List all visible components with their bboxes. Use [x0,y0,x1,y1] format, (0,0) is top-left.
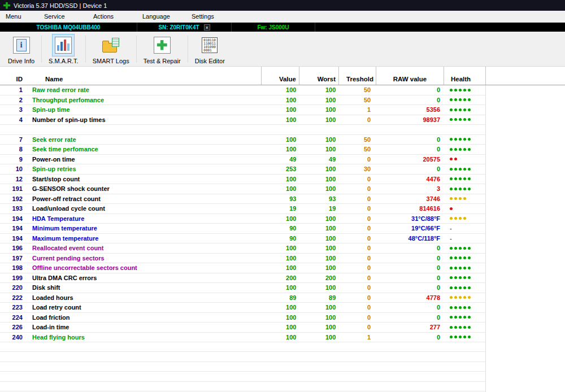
health-dot [450,197,453,200]
health-dot [459,326,462,329]
binary-editor-icon: 010110 110011 101000 0001 [202,37,218,53]
cell-value: 100 [261,254,299,263]
device-serial-tab: SN: Z0RIT0K4T x [137,23,232,32]
menu-item-menu[interactable]: Menu [0,13,38,20]
health-dot [454,197,457,200]
cell-value: 253 [261,164,299,174]
device-firmware-label: Fw: JS000U [257,24,289,31]
table-row[interactable]: 199Ultra DMA CRC errors20020000 [0,273,485,284]
toolbar-button-label: Test & Repair [144,58,181,64]
health-dot [468,89,471,92]
table-row[interactable]: 12Start/stop count10010004476 [0,175,485,185]
health-dot [450,158,453,160]
column-header-name[interactable]: Name [27,67,262,85]
cell-threshold: 1 [338,333,376,342]
cell-value: 100 [261,135,299,145]
menu-item-service[interactable]: Service [38,13,88,20]
health-dot [468,188,471,190]
health-dot [468,108,471,111]
cell-worst: 100 [299,224,338,233]
table-row[interactable]: 198Offline uncorrectable sectors count10… [0,263,485,273]
close-device-button[interactable]: x [204,24,210,31]
health-dot [454,217,457,220]
health-dot [468,316,471,319]
table-row[interactable]: 10Spin-up retries253100300 [0,164,485,175]
info-icon-glyph: i [16,39,27,51]
menu-item-settings[interactable]: Settings [186,13,235,20]
cell-health [444,95,485,105]
device-serial-label: SN: Z0RIT0K4T [158,24,199,31]
column-header-worst[interactable]: Worst [299,67,339,85]
cell-raw: 0 [376,283,444,293]
column-header-value[interactable]: Value [262,67,299,85]
table-row[interactable]: 9Power-on time4949020575 [0,155,485,165]
health-dot [468,326,471,329]
health-dot [454,89,457,92]
health-dot [454,276,457,279]
cell-id: 196 [0,243,27,253]
column-header-treshold[interactable]: Treshold [339,67,376,85]
table-row[interactable]: 226Load-in time1001000277 [0,323,485,333]
table-row[interactable]: 194Maximum temperature90100048°C/118°F- [0,234,485,244]
table-row[interactable]: 222Loaded hours898904778 [0,293,485,303]
cell-name: Offline uncorrectable sectors count [27,263,262,273]
table-row[interactable]: 194HDA Temperature100100031°C/88°F [0,214,485,224]
smart-logs-button[interactable]: SMART Logs [87,33,135,66]
drive-info-button[interactable]: i Drive Info [2,33,40,66]
table-row[interactable]: 223Load retry count10010000 [0,303,485,313]
table-row[interactable]: 2Throughput perfomance100100500 [0,95,485,106]
cell-name: Spin-up retries [27,164,262,174]
column-header-health[interactable]: Health [444,67,486,85]
table-row[interactable]: 7Seek error rate100100500 [0,135,485,145]
cell-name: Throughput perfomance [27,95,262,105]
device-model-tab[interactable]: TOSHIBA MQ04UBB400 [0,23,137,32]
health-dot [459,286,462,289]
table-row[interactable]: 194Minimum temperature90100019°C/66°F- [0,224,485,234]
cell-health [444,313,485,323]
table-row[interactable]: 4Number of spin-up times100100098937 [0,115,485,125]
health-dot [454,247,457,250]
health-dot [454,306,457,309]
cell-health [444,303,485,312]
cell-threshold: 0 [338,155,376,164]
column-header-raw[interactable]: RAW value [376,67,444,85]
menu-item-language[interactable]: Language [137,13,186,20]
table-row[interactable]: 8Seek time perfomance100100500 [0,145,485,155]
health-dot [459,217,462,220]
toolbar-button-label: Drive Info [8,58,34,64]
cell-raw: 20575 [376,155,444,164]
smart-button[interactable]: S.M.A.R.T. [43,33,84,66]
cell-threshold: 1 [338,105,376,115]
cell-name: Head flying hours [27,333,262,342]
device-bar: TOSHIBA MQ04UBB400 SN: Z0RIT0K4T x Fw: J… [0,23,565,32]
menu-item-actions[interactable]: Actions [88,13,137,20]
cell-value: 100 [261,263,299,273]
health-dot [454,188,457,190]
health-dot [450,217,453,220]
disk-editor-button[interactable]: 010110 110011 101000 0001 Disk Editor [189,33,231,66]
table-row[interactable]: 192Power-off retract count939303746 [0,194,485,204]
cell-id: 222 [0,293,27,303]
cell-raw: 4778 [376,293,444,303]
cell-value: 100 [261,105,299,115]
column-header-id[interactable]: ID [0,67,27,85]
table-row[interactable]: 193Load/unload cycle count19190814616 [0,204,485,214]
health-dot [454,168,457,171]
cell-name: Load friction [27,313,262,323]
cell-worst: 100 [299,313,338,323]
table-row[interactable]: 3Spin-up time10010015356 [0,105,485,115]
table-row[interactable]: 220Disk shift10010000 [0,283,485,293]
cell-value: 100 [261,115,299,125]
table-row[interactable]: 224Load friction10010000 [0,313,485,323]
column-header-filler [486,67,565,85]
table-row[interactable]: 240Head flying hours10010010 [0,333,485,343]
cell-health [444,145,485,154]
table-row[interactable]: 191G-SENSOR shock counter10010003 [0,184,485,194]
table-row[interactable]: 196Reallocated event count10010000 [0,243,485,254]
cell-health [444,333,485,342]
test-repair-button[interactable]: Test & Repair [138,33,186,66]
cell-health [444,155,485,164]
cell-id: 198 [0,263,27,273]
table-row[interactable]: 1Raw read error rate100100500 [0,85,485,95]
table-row[interactable]: 197Current pending sectors10010000 [0,254,485,264]
